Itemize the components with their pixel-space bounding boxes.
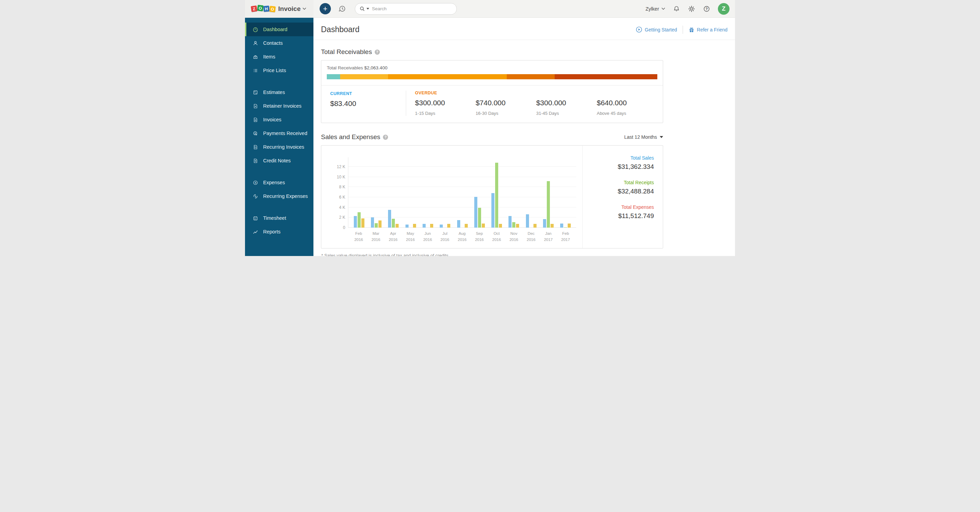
bar-expenses[interactable] bbox=[465, 224, 468, 228]
bar-sales[interactable] bbox=[423, 224, 426, 228]
bar-expenses[interactable] bbox=[568, 224, 571, 228]
bar-receipts[interactable] bbox=[358, 212, 361, 228]
receivables-segment-current[interactable] bbox=[327, 74, 340, 79]
search-scope-caret-icon[interactable] bbox=[366, 8, 369, 10]
y-axis-tick: 4 K bbox=[339, 205, 345, 210]
sidebar-item-price-lists[interactable]: Price Lists bbox=[245, 63, 313, 77]
x-axis-label: Jan2017 bbox=[539, 231, 557, 243]
bar-sales[interactable] bbox=[543, 219, 546, 228]
bar-receipts[interactable] bbox=[564, 227, 567, 228]
bar-expenses[interactable] bbox=[499, 224, 502, 228]
refer-a-friend-link[interactable]: Refer a Friend bbox=[689, 27, 727, 33]
bar-expenses[interactable] bbox=[533, 224, 536, 228]
help-button[interactable]: ? bbox=[703, 5, 710, 13]
sidebar-item-timesheet[interactable]: Timesheet bbox=[245, 211, 313, 225]
payment-received-icon: $ bbox=[253, 130, 258, 136]
bar-expenses[interactable] bbox=[482, 224, 485, 228]
timesheet-icon bbox=[253, 215, 258, 221]
svg-text:?: ? bbox=[706, 7, 708, 11]
sidebar-item-label: Price Lists bbox=[263, 68, 286, 73]
svg-text:$: $ bbox=[255, 132, 256, 135]
receivables-segment-overdue-16-30[interactable] bbox=[388, 74, 506, 79]
receivables-segment-overdue-1-15[interactable] bbox=[340, 74, 388, 79]
logo-letter-h: H bbox=[263, 5, 269, 12]
bar-receipts[interactable] bbox=[375, 223, 378, 228]
sidebar-item-credit-notes[interactable]: $ Credit Notes bbox=[245, 154, 313, 168]
y-axis-tick: 6 K bbox=[339, 195, 345, 200]
bar-receipts[interactable] bbox=[512, 222, 515, 228]
bar-expenses[interactable] bbox=[361, 219, 364, 228]
bar-sales[interactable] bbox=[560, 224, 563, 228]
bar-sales[interactable] bbox=[474, 197, 477, 228]
aging-period: 1-15 Days bbox=[415, 111, 476, 116]
sidebar-item-reports[interactable]: Reports bbox=[245, 225, 313, 239]
bar-sales[interactable] bbox=[457, 220, 460, 228]
bar-sales[interactable] bbox=[492, 193, 495, 228]
bar-group bbox=[505, 216, 522, 228]
receivables-segment-overdue-31-45[interactable] bbox=[507, 74, 555, 79]
sidebar-item-label: Reports bbox=[263, 229, 281, 235]
bar-expenses[interactable] bbox=[379, 220, 382, 228]
bar-receipts[interactable] bbox=[392, 219, 395, 228]
bar-expenses[interactable] bbox=[430, 224, 433, 228]
sidebar-item-expenses[interactable]: $ Expenses bbox=[245, 176, 313, 189]
bar-expenses[interactable] bbox=[396, 224, 399, 228]
sidebar-item-dashboard[interactable]: Dashboard bbox=[245, 22, 313, 36]
sidebar-item-payments-received[interactable]: $ Payments Received bbox=[245, 127, 313, 140]
x-axis-label: Sep2016 bbox=[471, 231, 488, 243]
org-switcher[interactable]: Zylker bbox=[646, 6, 665, 12]
x-axis-label: Mar2016 bbox=[367, 231, 384, 243]
bar-receipts[interactable] bbox=[478, 208, 481, 228]
sales-expenses-card: 02 K4 K6 K8 K10 K12 K Feb2016Mar2016Apr2… bbox=[321, 145, 663, 249]
bar-expenses[interactable] bbox=[516, 224, 519, 228]
receivables-summary: Total Receivables $2,063.400 bbox=[321, 60, 663, 70]
aging-amount: $640.000 bbox=[597, 99, 657, 107]
getting-started-link[interactable]: Getting Started bbox=[636, 26, 677, 33]
search-input[interactable] bbox=[372, 6, 452, 11]
bar-sales[interactable] bbox=[406, 225, 409, 228]
settings-button[interactable] bbox=[688, 5, 695, 13]
sidebar-item-contacts[interactable]: Contacts bbox=[245, 36, 313, 50]
date-range-dropdown[interactable]: Last 12 Months bbox=[624, 134, 663, 140]
sidebar-item-estimates[interactable]: Estimates bbox=[245, 86, 313, 99]
reports-icon bbox=[253, 229, 258, 235]
totals-panel: Total Sales $31,362.334 Total Receipts $… bbox=[582, 146, 663, 248]
sidebar-item-label: Recurring Expenses bbox=[263, 193, 308, 199]
total-sales-block: Total Sales $31,362.334 bbox=[583, 155, 654, 171]
sidebar-item-invoices[interactable]: Invoices bbox=[245, 113, 313, 127]
receivables-segment-overdue-above-45[interactable] bbox=[555, 74, 657, 79]
bar-sales[interactable] bbox=[371, 217, 374, 228]
bar-sales[interactable] bbox=[440, 225, 443, 228]
bar-sales[interactable] bbox=[509, 216, 512, 228]
bar-expenses[interactable] bbox=[447, 224, 450, 228]
user-avatar[interactable]: Z bbox=[718, 3, 730, 15]
sidebar-item-recurring-expenses[interactable]: $ Recurring Expenses bbox=[245, 189, 313, 203]
aging-amount: $740.000 bbox=[476, 99, 536, 107]
sales-expenses-help-icon[interactable]: ? bbox=[383, 135, 388, 140]
total-expenses-label: Total Expenses bbox=[583, 204, 654, 210]
receivables-help-icon[interactable]: ? bbox=[375, 49, 380, 55]
bar-expenses[interactable] bbox=[550, 224, 554, 228]
quick-create-button[interactable]: + bbox=[320, 3, 331, 14]
page-title: Dashboard bbox=[321, 25, 360, 34]
bar-sales[interactable] bbox=[526, 214, 529, 228]
y-axis-tick: 10 K bbox=[337, 174, 345, 179]
bar-sales[interactable] bbox=[354, 216, 357, 228]
bar-receipts[interactable] bbox=[495, 163, 498, 228]
x-axis-label: Dec2016 bbox=[522, 231, 539, 243]
bar-receipts[interactable] bbox=[547, 181, 550, 228]
bar-expenses[interactable] bbox=[413, 224, 416, 228]
sidebar-item-retainer-invoices[interactable]: Retainer Invoices bbox=[245, 99, 313, 113]
total-receipts-amount: $32,488.284 bbox=[583, 188, 654, 195]
bar-sales[interactable] bbox=[388, 210, 391, 228]
sidebar-item-label: Payments Received bbox=[263, 130, 307, 136]
sidebar-item-recurring-invoices[interactable]: ↻ Recurring Invoices bbox=[245, 140, 313, 154]
bar-group bbox=[419, 224, 436, 228]
global-search[interactable] bbox=[355, 3, 457, 15]
brand-logo[interactable]: Z O H O Invoice bbox=[245, 0, 313, 17]
notifications-button[interactable] bbox=[673, 5, 680, 13]
recent-history-button[interactable] bbox=[338, 5, 347, 13]
gear-icon bbox=[688, 5, 695, 13]
sidebar-item-items[interactable]: Items bbox=[245, 50, 313, 63]
recurring-invoice-icon: ↻ bbox=[253, 144, 258, 150]
